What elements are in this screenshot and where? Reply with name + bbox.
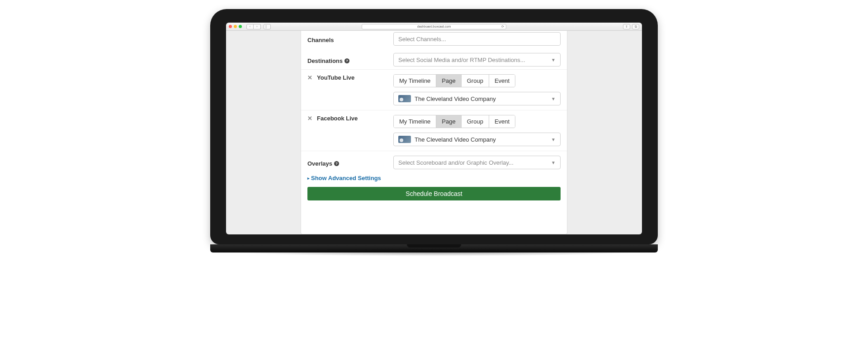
overlays-placeholder: Select Scoreboard and/or Graphic Overlay… — [398, 159, 514, 166]
destination-facebook-live: ✕ Facebook Live My Timeline Page Group E… — [301, 110, 567, 151]
url-text: dashboard.boxcast.com — [417, 25, 451, 28]
help-icon[interactable]: ? — [344, 58, 349, 63]
tab-event[interactable]: Event — [489, 75, 515, 87]
overlays-select[interactable]: Select Scoreboard and/or Graphic Overlay… — [393, 156, 561, 169]
tab-group[interactable]: Group — [462, 115, 489, 128]
selected-page: The Cleveland Video Company — [415, 95, 496, 102]
destinations-select[interactable]: Select Social Media and/or RTMP Destinat… — [393, 53, 561, 67]
chevron-down-icon: ▼ — [551, 137, 556, 142]
page-thumbnail-icon — [398, 95, 411, 102]
page-thumbnail-icon — [398, 136, 411, 143]
post-target-tabs: My Timeline Page Group Event — [393, 115, 515, 128]
chevron-down-icon: ▼ — [551, 96, 556, 101]
page-select[interactable]: The Cleveland Video Company ▼ — [393, 133, 561, 146]
url-bar[interactable]: dashboard.boxcast.com ⟳ — [362, 24, 506, 29]
destination-title: Facebook Live — [317, 115, 358, 122]
sidebar-toggle-button[interactable] — [264, 24, 271, 29]
share-button[interactable]: ⇪ — [623, 24, 630, 29]
close-window-icon[interactable] — [229, 25, 232, 28]
destinations-label: Destinations ? — [307, 53, 393, 67]
selected-page: The Cleveland Video Company — [415, 136, 496, 143]
chevron-down-icon: ▼ — [551, 57, 556, 62]
overlays-label: Overlays ? — [307, 156, 393, 169]
tab-page[interactable]: Page — [436, 115, 461, 128]
remove-destination-icon[interactable]: ✕ — [307, 115, 312, 122]
minimize-window-icon[interactable] — [234, 25, 237, 28]
channels-placeholder: Select Channels... — [398, 36, 446, 43]
schedule-broadcast-button[interactable]: Schedule Broadcast — [307, 187, 561, 200]
show-advanced-settings-link[interactable]: ▸ Show Advanced Settings — [301, 172, 567, 187]
tab-group[interactable]: Group — [462, 75, 489, 87]
destination-youtube-live: ✕ YouTube Live My Timeline Page Group Ev… — [301, 69, 567, 110]
tab-event[interactable]: Event — [489, 115, 515, 128]
caret-right-icon: ▸ — [307, 176, 310, 181]
tab-my-timeline[interactable]: My Timeline — [394, 75, 436, 87]
post-target-tabs: My Timeline Page Group Event — [393, 74, 515, 87]
channels-label: Channels — [307, 32, 393, 46]
destination-title: YouTube Live — [317, 74, 354, 81]
destinations-placeholder: Select Social Media and/or RTMP Destinat… — [398, 57, 525, 63]
window-controls — [229, 25, 242, 28]
page-content: Channels Select Channels... Destinations… — [226, 31, 642, 234]
refresh-icon[interactable]: ⟳ — [501, 25, 504, 29]
maximize-window-icon[interactable] — [239, 25, 242, 28]
remove-destination-icon[interactable]: ✕ — [307, 74, 312, 81]
forward-button[interactable]: › — [254, 24, 261, 29]
channels-select[interactable]: Select Channels... — [393, 32, 561, 46]
tab-my-timeline[interactable]: My Timeline — [394, 115, 436, 128]
back-button[interactable]: ‹ — [246, 24, 254, 29]
tab-page[interactable]: Page — [436, 75, 461, 87]
page-select[interactable]: The Cleveland Video Company ▼ — [393, 92, 561, 105]
tabs-button[interactable]: ⧉ — [632, 24, 639, 29]
chevron-down-icon: ▼ — [551, 160, 556, 165]
broadcast-form-card: Channels Select Channels... Destinations… — [301, 31, 567, 234]
browser-toolbar: ‹ › dashboard.boxcast.com ⟳ ⇪ ⧉ — [226, 23, 642, 31]
help-icon[interactable]: ? — [334, 161, 339, 166]
